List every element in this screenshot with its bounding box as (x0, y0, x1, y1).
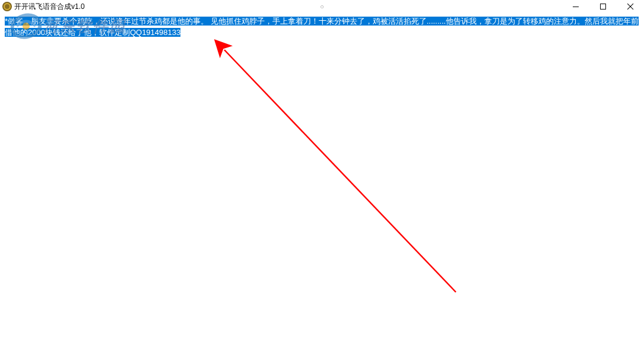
svg-line-1 (224, 50, 456, 292)
titlebar-center-indicator: ○ (320, 3, 324, 10)
window-controls (562, 0, 644, 13)
minimize-button[interactable] (562, 0, 589, 13)
content-area[interactable]: *做客，朋友非要杀个鸡吃，还说逢年过节杀鸡都是他的事。 见他抓住鸡脖子，手上拿着… (0, 13, 644, 342)
app-window: 开开讯飞语音合成v1.0 ○ *做客，朋友非要杀个鸡吃，还说逢年过节杀鸡都是他的… (0, 0, 644, 342)
maximize-icon (600, 4, 606, 10)
close-icon (627, 3, 634, 10)
app-icon (2, 2, 12, 11)
selected-text-content[interactable]: *做客，朋友非要杀个鸡吃，还说逢年过节杀鸡都是他的事。 见他抓住鸡脖子，手上拿着… (5, 17, 639, 37)
maximize-button[interactable] (589, 0, 617, 13)
minimize-icon (573, 7, 579, 7)
annotation-arrow (0, 13, 644, 342)
close-button[interactable] (617, 0, 644, 13)
window-title: 开开讯飞语音合成v1.0 (14, 2, 85, 12)
titlebar[interactable]: 开开讯飞语音合成v1.0 ○ (0, 0, 644, 13)
titlebar-left: 开开讯飞语音合成v1.0 (2, 2, 85, 12)
